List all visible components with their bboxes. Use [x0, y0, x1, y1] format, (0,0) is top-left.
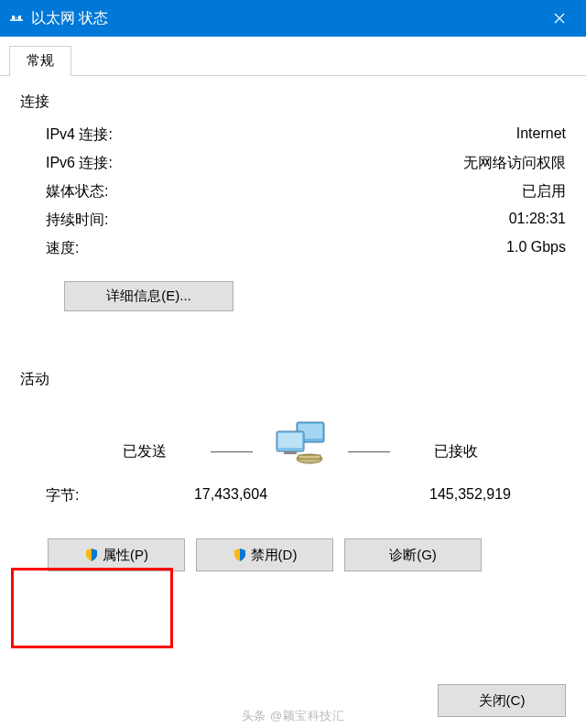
bytes-received-value: 145,352,919: [324, 486, 511, 505]
duration-value: 01:28:31: [401, 211, 566, 230]
ipv6-value: 无网络访问权限: [401, 154, 566, 173]
svg-rect-0: [10, 19, 23, 21]
content-area: 连接 IPv4 连接: Internet IPv6 连接: 无网络访问权限 媒体…: [0, 76, 586, 571]
action-button-row: 属性(P) 禁用(D) 诊断(G): [20, 505, 566, 571]
svg-rect-3: [15, 17, 18, 18]
activity-section-label: 活动: [20, 370, 566, 389]
watermark-text: 头条 @颖宝科技汇: [242, 708, 344, 724]
tab-general[interactable]: 常规: [9, 46, 71, 76]
bytes-row: 字节: 17,433,604 145,352,919: [20, 470, 566, 505]
ipv4-value: Internet: [401, 125, 566, 145]
disable-button[interactable]: 禁用(D): [196, 538, 333, 571]
divider-right: [348, 451, 390, 452]
footer-button-row: 关闭(C): [438, 684, 566, 717]
tab-strip: 常规: [0, 37, 586, 76]
diagnose-button-label: 诊断(G): [389, 547, 437, 564]
bytes-sent-value: 17,433,604: [137, 486, 324, 505]
diagnose-button[interactable]: 诊断(G): [344, 538, 482, 571]
shield-icon: [233, 548, 247, 562]
row-ipv4: IPv4 连接: Internet: [20, 121, 566, 149]
ipv6-label: IPv6 连接:: [46, 154, 401, 173]
shield-icon: [84, 548, 99, 562]
duration-label: 持续时间:: [46, 211, 401, 230]
close-icon: [554, 13, 565, 24]
details-button[interactable]: 详细信息(E)...: [64, 281, 233, 311]
annotation-highlight-box: [11, 568, 173, 648]
svg-rect-7: [278, 433, 302, 448]
close-dialog-button[interactable]: 关闭(C): [438, 684, 566, 717]
bytes-label: 字节:: [46, 486, 137, 505]
media-label: 媒体状态:: [46, 182, 401, 201]
close-button[interactable]: [533, 0, 586, 37]
row-media: 媒体状态: 已启用: [20, 178, 566, 206]
speed-value: 1.0 Gbps: [401, 239, 566, 258]
titlebar: 以太网 状态: [0, 0, 586, 37]
svg-rect-1: [12, 16, 15, 19]
properties-button[interactable]: 属性(P): [48, 538, 185, 571]
divider-left: [211, 451, 253, 452]
connection-section-label: 连接: [20, 92, 566, 112]
svg-rect-8: [284, 451, 297, 454]
window-title: 以太网 状态: [31, 9, 533, 28]
ipv4-label: IPv4 连接:: [46, 125, 401, 145]
media-value: 已启用: [401, 182, 566, 201]
sent-label: 已发送: [90, 442, 200, 462]
disable-button-label: 禁用(D): [251, 547, 298, 564]
activity-header: 已发送 已接收: [20, 398, 566, 470]
speed-label: 速度:: [46, 239, 401, 258]
row-duration: 持续时间: 01:28:31: [20, 206, 566, 234]
received-label: 已接收: [401, 442, 511, 462]
row-ipv6: IPv6 连接: 无网络访问权限: [20, 149, 566, 178]
network-computers-icon: [264, 415, 337, 470]
ethernet-icon: [9, 11, 24, 26]
properties-button-label: 属性(P): [103, 547, 148, 564]
row-speed: 速度: 1.0 Gbps: [20, 234, 566, 263]
svg-rect-10: [298, 455, 320, 459]
svg-rect-2: [18, 16, 21, 19]
